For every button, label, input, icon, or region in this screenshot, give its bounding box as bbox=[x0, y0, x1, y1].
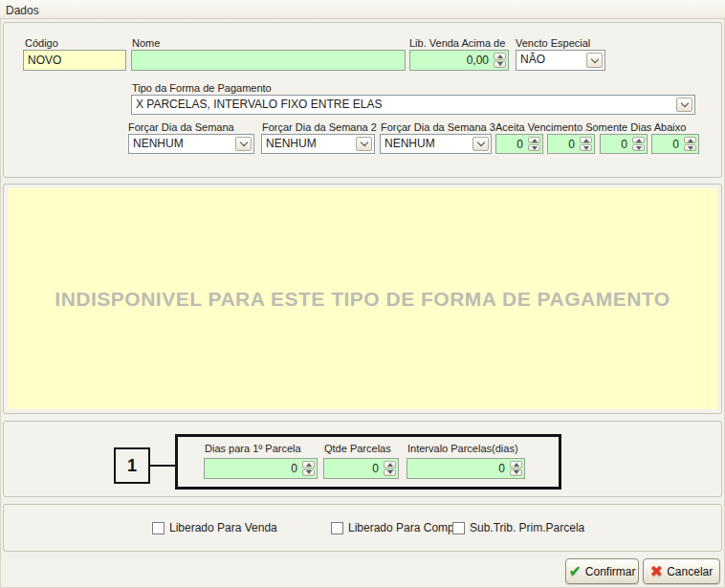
forcar-dia-2-value: NENHUM bbox=[266, 137, 317, 150]
forcar-dia-3-select[interactable]: NENHUM bbox=[380, 134, 492, 154]
arrow-down-icon bbox=[583, 146, 589, 150]
tipo-pagamento-select[interactable]: X PARCELAS, INTERVALO FIXO ENTRE ELAS bbox=[131, 95, 695, 115]
lib-venda-label: Lib. Venda Acima de bbox=[409, 37, 505, 49]
arrow-up-icon bbox=[688, 139, 693, 142]
dropdown-button[interactable] bbox=[472, 137, 489, 151]
qtde-parcelas-spinner[interactable]: 0 bbox=[323, 458, 399, 479]
spin-down-button[interactable] bbox=[384, 469, 396, 477]
spin-up-button[interactable] bbox=[684, 137, 696, 143]
spin-down-button[interactable] bbox=[632, 144, 645, 151]
cancel-button[interactable]: ✖ Cancelar bbox=[643, 558, 720, 584]
dropdown-button[interactable] bbox=[676, 98, 692, 112]
arrow-down-icon bbox=[387, 470, 393, 474]
group-connector-line bbox=[149, 465, 178, 467]
intervalo-parcelas-spinner[interactable]: 0 bbox=[406, 458, 525, 479]
unavailable-panel: INDISPONIVEL PARA ESTE TIPO DE FORMA DE … bbox=[3, 184, 722, 414]
arrow-up-icon bbox=[583, 139, 589, 142]
aceita-vencimento-label: Aceita Vencimento Somente Dias Abaixo bbox=[495, 121, 686, 133]
checkbox-box[interactable] bbox=[331, 522, 343, 534]
arrow-down-icon bbox=[306, 470, 312, 474]
arrow-down-icon bbox=[497, 62, 503, 66]
aceita-vencimento-spinner-3[interactable]: 0 bbox=[600, 134, 648, 154]
dropdown-button[interactable] bbox=[235, 137, 252, 151]
dropdown-button[interactable] bbox=[586, 53, 603, 68]
x-icon: ✖ bbox=[650, 564, 663, 579]
dados-tab-header: Dados bbox=[0, 0, 725, 19]
aceita-vencimento-spinner-1[interactable]: 0 bbox=[495, 134, 543, 154]
parcelas-group-frame: Dias para 1º Parcela 0 Qtde Parcelas 0 I… bbox=[175, 434, 561, 490]
intervalo-parcelas-label: Intervalo Parcelas(dias) bbox=[407, 443, 518, 454]
arrow-up-icon bbox=[387, 463, 393, 467]
spin-down-button[interactable] bbox=[302, 469, 315, 477]
arrow-down-icon bbox=[514, 470, 519, 474]
checkboxes-panel: Liberado Para Venda Liberado Para Compra… bbox=[3, 504, 722, 552]
checkbox-liberado-compra[interactable]: Liberado Para Compra bbox=[331, 521, 464, 534]
chevron-down-icon bbox=[239, 139, 247, 146]
checkbox-subtrib-primparcela[interactable]: Sub.Trib. Prim.Parcela bbox=[452, 521, 584, 534]
confirm-button[interactable]: ✔ Confirmar bbox=[565, 558, 639, 584]
codigo-input[interactable]: NOVO bbox=[23, 50, 126, 71]
unavailable-panel-background: INDISPONIVEL PARA ESTE TIPO DE FORMA DE … bbox=[8, 188, 717, 409]
codigo-label: Código bbox=[25, 37, 58, 49]
arrow-up-icon bbox=[514, 463, 519, 467]
checkbox-label: Liberado Para Compra bbox=[348, 521, 464, 534]
arrow-down-icon bbox=[532, 146, 538, 150]
nome-input[interactable] bbox=[131, 50, 406, 71]
confirm-button-label: Confirmar bbox=[585, 565, 636, 578]
forcar-dia-2-select[interactable]: NENHUM bbox=[261, 134, 375, 154]
arrow-down-icon bbox=[688, 146, 693, 150]
spin-down-button[interactable] bbox=[494, 61, 506, 69]
chevron-down-icon bbox=[590, 54, 598, 62]
parcelas-panel: 1 Dias para 1º Parcela 0 Qtde Parcelas 0… bbox=[3, 421, 722, 497]
dropdown-button[interactable] bbox=[356, 137, 372, 151]
forcar-dia-1-select[interactable]: NENHUM bbox=[128, 134, 254, 154]
aceita-vencimento-value-2: 0 bbox=[568, 138, 575, 151]
arrow-up-icon bbox=[636, 139, 642, 142]
arrow-up-icon bbox=[306, 463, 312, 467]
checkbox-box[interactable] bbox=[152, 522, 165, 534]
spin-down-button[interactable] bbox=[528, 144, 540, 151]
spin-up-button[interactable] bbox=[494, 53, 506, 60]
dias-primeira-spinner[interactable]: 0 bbox=[204, 458, 318, 479]
spin-down-button[interactable] bbox=[580, 144, 592, 151]
aceita-vencimento-spinner-2[interactable]: 0 bbox=[547, 134, 595, 154]
aceita-vencimento-value-4: 0 bbox=[672, 138, 679, 151]
chevron-down-icon bbox=[360, 139, 367, 146]
spin-up-button[interactable] bbox=[302, 461, 315, 468]
forcar-dia-1-label: Forçar Dia da Semana bbox=[128, 121, 234, 133]
aceita-vencimento-spinner-4[interactable]: 0 bbox=[651, 134, 699, 154]
spin-up-button[interactable] bbox=[580, 137, 592, 143]
spin-up-button[interactable] bbox=[510, 461, 522, 468]
check-icon: ✔ bbox=[568, 564, 581, 579]
group-number-box: 1 bbox=[114, 447, 150, 484]
checkbox-box[interactable] bbox=[452, 522, 465, 534]
dias-primeira-label: Dias para 1º Parcela bbox=[205, 443, 301, 454]
checkbox-label: Liberado Para Venda bbox=[169, 521, 277, 534]
payment-form-window: Dados Código NOVO Nome Lib. Venda Acima … bbox=[0, 0, 725, 588]
lib-venda-spinner[interactable]: 0,00 bbox=[409, 50, 509, 71]
cancel-button-label: Cancelar bbox=[667, 565, 713, 578]
spin-up-button[interactable] bbox=[384, 461, 396, 468]
lib-venda-value: 0,00 bbox=[467, 54, 489, 67]
vencto-especial-select[interactable]: NÃO bbox=[516, 50, 605, 71]
arrow-up-icon bbox=[532, 139, 538, 142]
qtde-parcelas-label: Qtde Parcelas bbox=[324, 443, 391, 454]
aceita-vencimento-value-1: 0 bbox=[516, 138, 523, 151]
vencto-especial-value: NÃO bbox=[520, 53, 545, 66]
tipo-pagamento-label: Tipo da Forma de Pagamento bbox=[132, 82, 272, 94]
qtde-parcelas-value: 0 bbox=[372, 462, 379, 475]
spin-down-button[interactable] bbox=[510, 469, 522, 477]
chevron-down-icon bbox=[680, 99, 688, 107]
chevron-down-icon bbox=[476, 139, 484, 146]
checkbox-label: Sub.Trib. Prim.Parcela bbox=[470, 521, 584, 534]
vencto-especial-label: Vencto Especial bbox=[516, 37, 590, 49]
spin-up-button[interactable] bbox=[632, 137, 645, 143]
checkbox-liberado-venda[interactable]: Liberado Para Venda bbox=[152, 521, 277, 534]
arrow-up-icon bbox=[497, 54, 503, 58]
spin-up-button[interactable] bbox=[528, 137, 540, 143]
arrow-down-icon bbox=[636, 146, 642, 150]
unavailable-watermark-text: INDISPONIVEL PARA ESTE TIPO DE FORMA DE … bbox=[55, 288, 670, 311]
spin-down-button[interactable] bbox=[684, 144, 696, 151]
forcar-dia-3-value: NENHUM bbox=[384, 137, 435, 150]
aceita-vencimento-value-3: 0 bbox=[621, 138, 627, 151]
